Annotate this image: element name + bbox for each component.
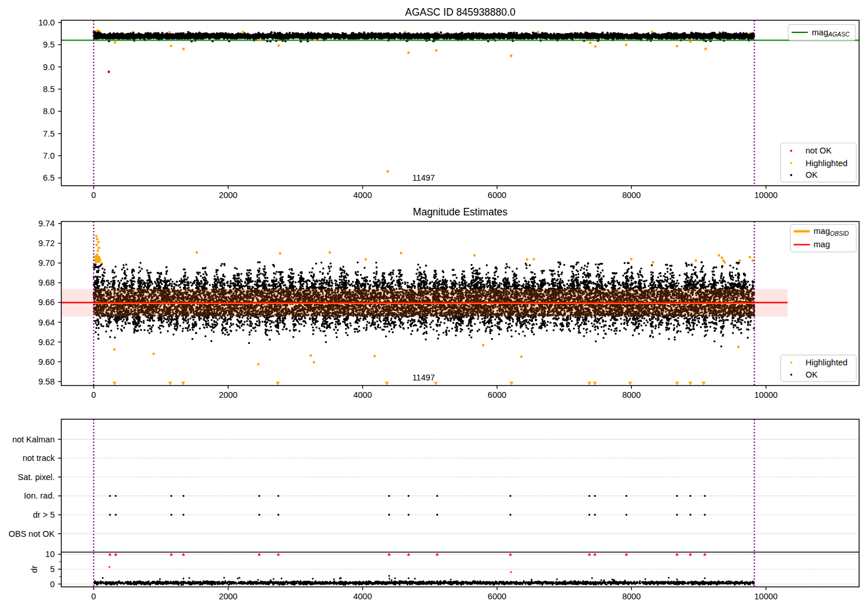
svg-text:2000: 2000 <box>219 390 237 400</box>
svg-text:9.60: 9.60 <box>38 357 54 367</box>
svg-text:OBS not OK: OBS not OK <box>9 529 55 539</box>
svg-text:10000: 10000 <box>755 191 778 200</box>
svg-text:4000: 4000 <box>353 191 372 200</box>
svg-text:9.70: 9.70 <box>38 258 54 268</box>
svg-text:9.5: 9.5 <box>43 40 54 49</box>
svg-text:Highlighted: Highlighted <box>806 159 848 168</box>
svg-text:OK: OK <box>806 370 818 379</box>
svg-text:mag: mag <box>814 240 830 249</box>
svg-text:not Kalman: not Kalman <box>12 435 54 444</box>
svg-text:9.68: 9.68 <box>38 278 54 287</box>
svg-text:4000: 4000 <box>353 592 372 601</box>
svg-text:6000: 6000 <box>488 191 506 200</box>
svg-text:10: 10 <box>45 550 54 559</box>
svg-text:OK: OK <box>806 170 818 180</box>
svg-text:2000: 2000 <box>219 592 237 601</box>
svg-text:7.5: 7.5 <box>43 129 54 138</box>
svg-text:dr > 5: dr > 5 <box>33 510 54 519</box>
svg-text:10000: 10000 <box>755 390 778 400</box>
svg-text:8.5: 8.5 <box>43 85 54 94</box>
svg-text:9.62: 9.62 <box>38 338 54 347</box>
svg-text:Sat. pixel.: Sat. pixel. <box>18 473 55 482</box>
svg-text:10000: 10000 <box>755 592 778 601</box>
svg-text:9.58: 9.58 <box>38 377 54 386</box>
svg-text:11497: 11497 <box>412 373 435 382</box>
svg-text:8000: 8000 <box>622 191 641 200</box>
svg-text:0: 0 <box>91 390 96 400</box>
svg-text:9.66: 9.66 <box>38 298 54 307</box>
svg-text:8000: 8000 <box>622 592 641 601</box>
svg-text:9.72: 9.72 <box>38 239 54 248</box>
svg-text:5: 5 <box>50 565 54 574</box>
svg-text:8.0: 8.0 <box>43 107 54 116</box>
svg-text:Magnitude Estimates: Magnitude Estimates <box>413 206 508 218</box>
svg-text:4000: 4000 <box>353 390 372 400</box>
svg-text:9.0: 9.0 <box>43 63 54 72</box>
svg-text:7.0: 7.0 <box>43 151 54 160</box>
svg-text:9.74: 9.74 <box>38 219 54 228</box>
svg-text:not OK: not OK <box>806 146 832 155</box>
svg-text:0: 0 <box>50 580 54 589</box>
svg-text:not track: not track <box>23 453 55 463</box>
svg-text:11497: 11497 <box>412 173 435 182</box>
svg-text:0: 0 <box>91 592 96 601</box>
svg-text:6000: 6000 <box>488 592 506 601</box>
svg-text:dr: dr <box>30 565 39 573</box>
svg-text:10.0: 10.0 <box>38 18 54 27</box>
svg-text:Ion. rad.: Ion. rad. <box>24 491 54 500</box>
svg-text:0: 0 <box>91 191 96 200</box>
svg-text:6.5: 6.5 <box>43 173 54 182</box>
svg-text:9.64: 9.64 <box>38 318 54 327</box>
svg-text:8000: 8000 <box>622 390 641 400</box>
svg-text:AGASC ID 845938880.0: AGASC ID 845938880.0 <box>405 6 516 18</box>
svg-text:Highlighted: Highlighted <box>806 358 848 367</box>
svg-text:6000: 6000 <box>488 390 506 400</box>
svg-text:2000: 2000 <box>219 191 237 200</box>
